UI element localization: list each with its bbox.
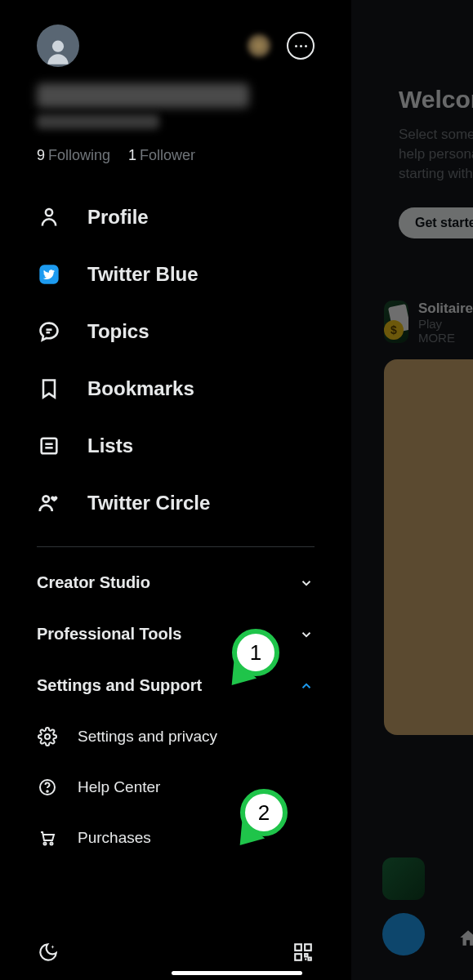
promo-card-title: Solitaire bbox=[418, 301, 473, 316]
sub-label: Help Center bbox=[78, 778, 160, 796]
sub-settings-privacy[interactable]: Settings and privacy bbox=[0, 711, 351, 762]
svg-point-8 bbox=[43, 496, 50, 502]
nav-twitter-blue[interactable]: Twitter Blue bbox=[0, 246, 351, 303]
handle-redacted bbox=[37, 114, 159, 129]
section-creator-studio[interactable]: Creator Studio bbox=[0, 557, 351, 608]
account-switcher-icon[interactable] bbox=[248, 34, 270, 57]
nav-label: Twitter Circle bbox=[87, 492, 210, 514]
home-indicator bbox=[172, 971, 302, 975]
welcome-subtext: Select some topics help personalize star… bbox=[351, 114, 473, 183]
nav-label: Twitter Blue bbox=[87, 263, 199, 286]
svg-point-12 bbox=[44, 843, 47, 845]
help-icon bbox=[37, 777, 58, 798]
svg-rect-5 bbox=[42, 439, 57, 454]
sub-label: Settings and privacy bbox=[78, 728, 217, 746]
promo-media bbox=[384, 359, 473, 735]
chevron-up-icon bbox=[298, 678, 315, 694]
nav-topics[interactable]: Topics bbox=[0, 303, 351, 360]
divider bbox=[37, 546, 315, 547]
promo-card-line: Play bbox=[418, 317, 473, 331]
promo-card-image bbox=[384, 301, 408, 343]
following-stat[interactable]: 9Following bbox=[37, 147, 110, 164]
svg-point-13 bbox=[51, 843, 53, 845]
nav-label: Lists bbox=[87, 434, 133, 457]
section-professional-tools[interactable]: Professional Tools bbox=[0, 608, 351, 660]
svg-point-0 bbox=[52, 41, 64, 52]
navigation-drawer: 9Following 1Follower Profile Twitter Blu… bbox=[0, 0, 351, 980]
qr-code-icon[interactable] bbox=[292, 941, 315, 964]
annotation-callout-1: 1 bbox=[232, 629, 279, 676]
home-tab-icon[interactable] bbox=[457, 928, 473, 952]
svg-rect-15 bbox=[305, 944, 311, 951]
svg-rect-14 bbox=[295, 944, 301, 951]
profile-info[interactable] bbox=[0, 67, 351, 129]
display-name-redacted bbox=[37, 83, 249, 108]
app-tile bbox=[382, 913, 425, 956]
sub-label: Purchases bbox=[78, 829, 151, 847]
background-screen: Welcome Select some topics help personal… bbox=[351, 0, 473, 980]
gear-icon bbox=[37, 726, 58, 747]
nav-label: Profile bbox=[87, 206, 149, 229]
cart-icon bbox=[37, 827, 58, 849]
welcome-heading: Welcome bbox=[351, 0, 473, 114]
sub-help-center[interactable]: Help Center bbox=[0, 762, 351, 813]
twitter-blue-icon bbox=[37, 262, 61, 287]
more-accounts-button[interactable] bbox=[287, 32, 315, 60]
bookmark-icon bbox=[37, 376, 61, 401]
followers-stat[interactable]: 1Follower bbox=[128, 147, 195, 164]
sub-purchases[interactable]: Purchases bbox=[0, 813, 351, 863]
svg-point-9 bbox=[45, 734, 50, 739]
section-label: Creator Studio bbox=[37, 573, 150, 592]
section-label: Professional Tools bbox=[37, 625, 181, 644]
app-tile bbox=[382, 858, 425, 900]
section-label: Settings and Support bbox=[37, 676, 202, 695]
twitter-circle-icon bbox=[37, 491, 61, 515]
nav-label: Topics bbox=[87, 320, 149, 343]
section-settings-support[interactable]: Settings and Support bbox=[0, 660, 351, 711]
chevron-down-icon bbox=[298, 626, 315, 643]
topics-icon bbox=[37, 319, 61, 344]
svg-point-11 bbox=[47, 791, 48, 792]
dark-mode-icon[interactable] bbox=[37, 941, 60, 964]
person-icon bbox=[37, 205, 61, 229]
chevron-down-icon bbox=[298, 575, 315, 591]
avatar[interactable] bbox=[37, 24, 79, 67]
svg-point-1 bbox=[46, 209, 52, 216]
promo-card-line: MORE bbox=[418, 331, 473, 345]
nav-twitter-circle[interactable]: Twitter Circle bbox=[0, 474, 351, 532]
nav-bookmarks[interactable]: Bookmarks bbox=[0, 360, 351, 417]
promo-card: Solitaire Play MORE bbox=[384, 301, 473, 345]
nav-label: Bookmarks bbox=[87, 377, 194, 400]
get-started-button[interactable]: Get started bbox=[399, 207, 473, 238]
svg-rect-16 bbox=[295, 954, 301, 960]
nav-profile[interactable]: Profile bbox=[0, 189, 351, 246]
lists-icon bbox=[37, 434, 61, 458]
annotation-callout-2: 2 bbox=[240, 789, 288, 836]
nav-lists[interactable]: Lists bbox=[0, 417, 351, 474]
